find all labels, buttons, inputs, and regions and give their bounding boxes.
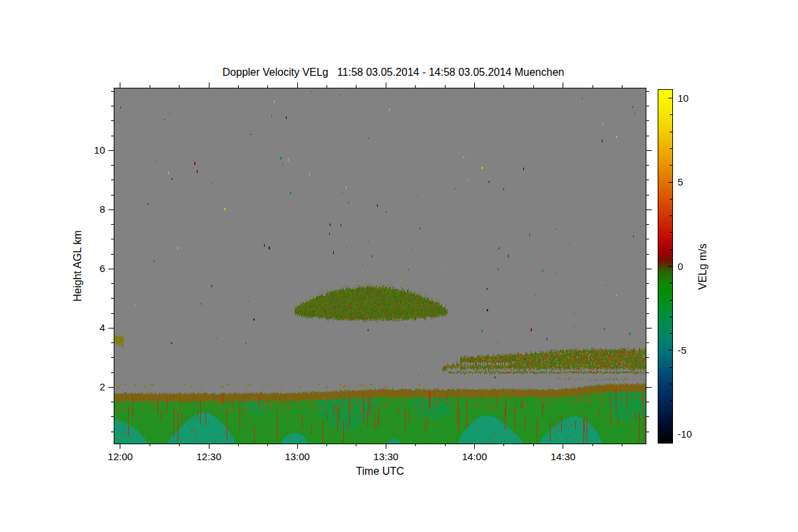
cbar-tick-minor <box>670 418 672 418</box>
y-tick-minor-right <box>646 254 649 255</box>
x-tick-minor-top <box>267 85 268 88</box>
y-tick-minor <box>111 239 114 239</box>
cbar-tick-major <box>668 266 672 267</box>
y-tick-minor-right <box>646 342 649 343</box>
x-tick-major <box>386 444 386 449</box>
x-tick-minor-top <box>445 85 446 88</box>
cbar-tick-major <box>668 98 672 98</box>
x-tick-label: 12:00 <box>97 451 144 462</box>
y-tick-minor-right <box>646 357 649 358</box>
y-tick-minor <box>111 313 114 314</box>
y-tick-minor-right <box>646 91 649 92</box>
cbar-tick-label: 10 <box>678 92 689 104</box>
cbar-tick-minor <box>670 232 672 233</box>
x-tick-minor <box>503 444 504 446</box>
cbar-tick-minor <box>670 215 672 216</box>
cbar-tick-minor <box>670 165 672 166</box>
y-tick-minor <box>111 342 114 343</box>
x-axis-label: Time UTC <box>114 466 646 477</box>
x-tick-minor <box>445 444 446 446</box>
y-tick-major <box>108 328 114 329</box>
y-tick-minor <box>111 298 114 299</box>
y-tick-minor-right <box>646 195 649 196</box>
y-tick-major <box>108 387 114 388</box>
y-tick-minor <box>111 180 114 180</box>
x-tick-minor-top <box>150 85 150 88</box>
cbar-tick-minor <box>670 283 672 283</box>
y-tick-minor <box>111 416 114 417</box>
x-tick-minor-top <box>622 85 622 88</box>
colorbar-label: VELg m/s <box>697 243 709 289</box>
y-tick-minor <box>111 254 114 255</box>
y-tick-label: 8 <box>73 203 105 215</box>
cbar-tick-minor <box>670 249 672 250</box>
x-tick-minor <box>327 444 327 446</box>
x-tick-label: 14:30 <box>540 451 587 462</box>
x-tick-minor-top <box>503 85 504 88</box>
y-tick-minor-right <box>646 402 649 402</box>
y-tick-label: 10 <box>73 144 105 156</box>
y-tick-minor <box>111 432 114 432</box>
y-tick-minor <box>111 120 114 121</box>
x-tick-major <box>297 444 298 449</box>
y-tick-minor-right <box>646 239 649 239</box>
y-tick-minor-right <box>646 416 649 417</box>
y-tick-major-right <box>646 150 652 151</box>
y-tick-minor-right <box>646 372 649 373</box>
cbar-tick-minor <box>670 132 672 132</box>
plot-frame <box>114 88 646 444</box>
x-tick-major <box>120 444 120 449</box>
x-tick-major-top <box>297 82 298 88</box>
y-tick-major <box>108 209 114 210</box>
y-tick-minor <box>111 402 114 402</box>
cbar-tick-minor <box>670 400 672 401</box>
x-tick-minor <box>533 444 534 446</box>
cbar-tick-minor <box>670 199 672 200</box>
y-tick-minor-right <box>646 224 649 225</box>
cbar-tick-label: 0 <box>678 261 683 272</box>
x-tick-minor <box>267 444 268 446</box>
cbar-tick-minor <box>670 300 672 301</box>
chart-title: Doppler Velocity VELg 11:58 03.05.2014 -… <box>0 66 787 78</box>
cbar-tick-label: 5 <box>678 176 683 188</box>
x-tick-major-top <box>209 82 209 88</box>
y-tick-minor <box>111 195 114 196</box>
x-tick-minor <box>622 444 622 446</box>
x-tick-minor <box>356 444 356 446</box>
y-tick-minor-right <box>646 136 649 136</box>
y-tick-minor <box>111 224 114 225</box>
x-tick-minor-top <box>593 85 593 88</box>
y-tick-major-right <box>646 328 652 329</box>
y-tick-minor-right <box>646 165 649 166</box>
x-tick-major <box>563 444 563 449</box>
y-tick-minor-right <box>646 432 649 432</box>
x-tick-minor-top <box>356 85 356 88</box>
x-tick-minor <box>238 444 239 446</box>
y-tick-minor-right <box>646 180 649 180</box>
y-tick-label: 2 <box>73 381 105 392</box>
x-tick-minor-top <box>179 85 180 88</box>
x-tick-label: 12:30 <box>186 451 232 462</box>
y-tick-minor <box>111 283 114 284</box>
cbar-tick-minor <box>670 114 672 115</box>
cbar-tick-minor <box>670 317 672 317</box>
cbar-tick-major <box>668 182 672 183</box>
y-tick-major <box>108 150 114 151</box>
x-tick-minor <box>179 444 180 446</box>
x-tick-major-top <box>563 82 563 88</box>
y-tick-label: 4 <box>73 322 105 333</box>
x-tick-minor <box>415 444 416 446</box>
cbar-tick-minor <box>670 367 672 368</box>
y-tick-major <box>108 269 114 269</box>
cbar-tick-minor <box>670 384 672 384</box>
y-tick-minor <box>111 357 114 358</box>
y-tick-label: 6 <box>73 263 105 274</box>
y-tick-minor-right <box>646 283 649 284</box>
y-tick-major-right <box>646 387 652 388</box>
y-tick-minor-right <box>646 120 649 121</box>
x-tick-major <box>209 444 209 449</box>
y-tick-minor-right <box>646 106 649 106</box>
y-tick-minor <box>111 372 114 373</box>
y-tick-minor <box>111 136 114 136</box>
x-tick-label: 14:00 <box>452 451 498 462</box>
